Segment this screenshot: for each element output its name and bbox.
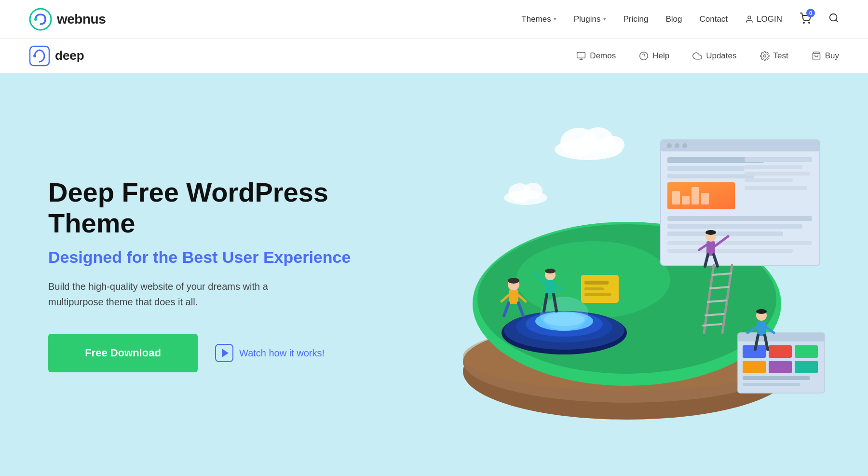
svg-rect-52 (701, 193, 709, 204)
svg-point-0 (30, 9, 51, 30)
svg-rect-53 (745, 157, 812, 162)
nav-blog[interactable]: Blog (665, 14, 682, 24)
nav-contact[interactable]: Contact (700, 14, 728, 24)
svg-rect-72 (584, 287, 604, 290)
brand-name: webnus (57, 12, 106, 27)
svg-rect-84 (509, 289, 518, 304)
cart-count: 0 (806, 9, 815, 17)
svg-point-97 (545, 269, 556, 273)
help-icon (639, 51, 649, 61)
svg-rect-58 (667, 216, 812, 221)
svg-point-43 (682, 143, 687, 148)
svg-point-4 (809, 22, 810, 23)
sub-navigation: deep Demos Help Updates Test (0, 39, 868, 73)
nav-pricing[interactable]: Pricing (624, 14, 649, 24)
settings-icon (760, 51, 770, 61)
svg-rect-78 (795, 345, 818, 358)
svg-rect-61 (667, 241, 812, 245)
svg-point-8 (33, 54, 36, 57)
hero-description: Build the high-quality website of your d… (48, 279, 318, 310)
svg-rect-80 (769, 361, 792, 373)
svg-point-41 (667, 143, 672, 148)
hero-title: Deep Free WordPress Theme (48, 177, 376, 239)
svg-rect-59 (667, 224, 802, 229)
svg-rect-56 (745, 178, 793, 182)
chevron-down-icon: ▾ (554, 16, 556, 22)
hero-content: Deep Free WordPress Theme Designed for t… (48, 177, 376, 373)
cloud-icon (692, 51, 702, 61)
nav-themes[interactable]: Themes ▾ (521, 14, 556, 24)
svg-rect-60 (667, 231, 783, 236)
svg-rect-81 (795, 361, 818, 373)
svg-rect-82 (743, 376, 810, 380)
cloud-1 (555, 127, 624, 160)
chevron-down-icon: ▾ (603, 16, 606, 22)
svg-rect-46 (667, 174, 754, 178)
play-icon (215, 344, 233, 362)
cart-button[interactable]: 0 (800, 13, 811, 26)
sub-nav-buy[interactable]: Buy (812, 51, 839, 61)
svg-point-12 (640, 52, 648, 60)
top-navigation: webnus Themes ▾ Plugins ▾ Pricing Blog C… (0, 0, 868, 39)
user-icon (745, 15, 754, 24)
search-button[interactable] (828, 13, 839, 26)
svg-point-14 (763, 54, 766, 57)
svg-rect-51 (692, 187, 699, 204)
illustration-svg (410, 101, 844, 449)
svg-point-3 (803, 22, 804, 23)
cloud-3 (504, 183, 547, 205)
site-logo[interactable]: webnus (29, 8, 106, 31)
search-icon (828, 13, 839, 23)
deep-logo[interactable]: deep (29, 45, 84, 67)
svg-point-42 (675, 143, 679, 148)
svg-point-90 (508, 278, 519, 284)
svg-rect-45 (667, 166, 745, 171)
svg-point-25 (523, 183, 542, 199)
svg-rect-7 (30, 46, 49, 66)
watch-video-button[interactable]: Watch how it works! (215, 344, 325, 362)
svg-rect-9 (577, 52, 585, 58)
bag-icon (812, 51, 821, 61)
hero-subtitle: Designed for the Best User Experience (48, 247, 376, 267)
svg-point-5 (830, 14, 837, 21)
svg-point-2 (748, 16, 751, 19)
svg-point-38 (540, 297, 588, 330)
svg-rect-79 (743, 361, 766, 373)
deep-brand-name: deep (55, 48, 84, 63)
svg-rect-49 (672, 191, 680, 204)
sub-nav-updates[interactable]: Updates (692, 51, 736, 61)
sub-nav-demos[interactable]: Demos (576, 51, 616, 61)
svg-rect-50 (682, 196, 690, 204)
free-download-button[interactable]: Free Download (48, 334, 198, 372)
hero-section: Deep Free WordPress Theme Designed for t… (0, 73, 868, 476)
top-nav-links: Themes ▾ Plugins ▾ Pricing Blog Contact … (521, 13, 839, 26)
svg-point-1 (34, 18, 37, 21)
svg-point-19 (600, 136, 624, 153)
hero-buttons: Free Download Watch how it works! (48, 334, 376, 372)
svg-rect-71 (584, 281, 609, 285)
svg-rect-54 (745, 165, 802, 169)
login-button[interactable]: LOGIN (745, 14, 782, 24)
svg-rect-83 (743, 383, 800, 386)
hero-illustration (386, 73, 868, 476)
svg-line-6 (836, 20, 838, 22)
svg-point-104 (705, 230, 716, 235)
svg-rect-75 (738, 333, 825, 341)
play-triangle (222, 349, 229, 357)
sub-nav-test[interactable]: Test (760, 51, 788, 61)
svg-rect-62 (667, 249, 793, 253)
monitor-icon (576, 51, 586, 61)
nav-plugins[interactable]: Plugins ▾ (574, 14, 606, 24)
sub-nav-links: Demos Help Updates Test Bu (576, 51, 839, 61)
sub-nav-help[interactable]: Help (639, 51, 669, 61)
svg-rect-73 (584, 293, 611, 296)
svg-rect-55 (745, 172, 810, 176)
svg-rect-57 (745, 186, 807, 190)
svg-point-111 (756, 309, 767, 314)
svg-rect-77 (769, 345, 792, 358)
